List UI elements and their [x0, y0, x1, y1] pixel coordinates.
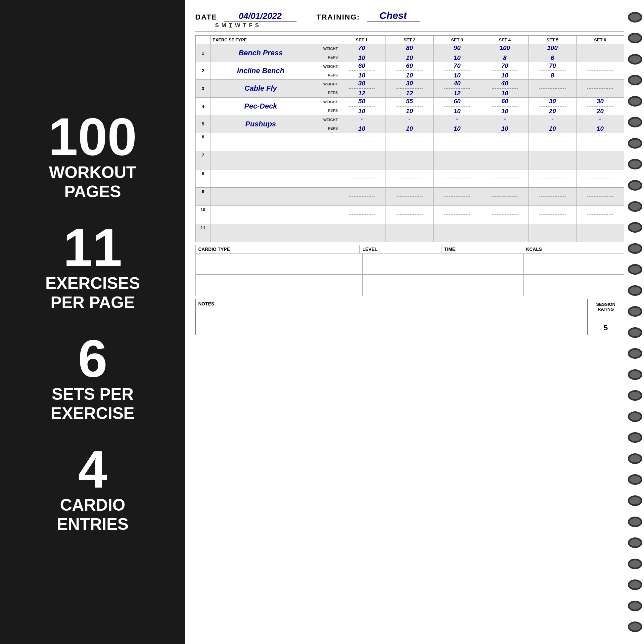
set4-ex4[interactable]: 60 10 — [481, 97, 529, 115]
day-T-active[interactable]: T — [229, 22, 232, 29]
set1-ex4[interactable]: 50 10 — [338, 97, 386, 115]
ex-name-6[interactable] — [210, 133, 338, 151]
set2-ex4[interactable]: 55 10 — [386, 97, 433, 115]
set6-ex6[interactable] — [576, 133, 624, 151]
day-F[interactable]: F — [249, 22, 252, 29]
set4-ex8[interactable] — [481, 169, 529, 187]
set2-ex3[interactable]: 30 12 — [386, 80, 433, 98]
set6-ex4[interactable]: 30 20 — [576, 97, 624, 115]
set2-ex8[interactable] — [386, 169, 433, 187]
set2-ex7[interactable] — [386, 151, 433, 169]
set5-ex8[interactable] — [529, 169, 576, 187]
set2-ex9[interactable] — [386, 187, 433, 206]
set2-ex11[interactable] — [386, 224, 433, 242]
set1-ex5[interactable]: - 10 — [338, 115, 386, 133]
set6-ex3[interactable] — [576, 80, 624, 98]
set4-ex1[interactable]: 100 8 — [481, 44, 529, 62]
set5-ex6[interactable] — [529, 133, 576, 151]
set6-ex9[interactable] — [576, 187, 624, 206]
cardio-row-2[interactable] — [196, 264, 624, 275]
set1-ex6[interactable] — [338, 133, 386, 151]
ex-name-11[interactable] — [210, 224, 338, 242]
set6-ex10[interactable] — [576, 206, 624, 224]
set4-ex5[interactable]: - 10 — [481, 115, 529, 133]
set4-ex7[interactable] — [481, 151, 529, 169]
set5-ex7[interactable] — [529, 151, 576, 169]
set4-ex11[interactable] — [481, 224, 529, 242]
cardio-kcals-4[interactable] — [524, 285, 624, 296]
cardio-row-1[interactable] — [196, 253, 624, 264]
set1-ex11[interactable] — [338, 224, 386, 242]
notes-body[interactable] — [198, 306, 585, 333]
set1-ex3[interactable]: 30 12 — [338, 80, 386, 98]
set4-ex2[interactable]: 70 10 — [481, 62, 529, 80]
set1-ex1[interactable]: 70 10 — [338, 44, 386, 62]
set6-ex8[interactable] — [576, 169, 624, 187]
set3-ex10[interactable] — [433, 206, 481, 224]
cardio-time-4[interactable] — [443, 285, 524, 296]
cardio-type-1[interactable] — [196, 253, 363, 264]
session-rating-value[interactable]: 5 — [593, 322, 618, 332]
set4-ex6[interactable] — [481, 133, 529, 151]
date-value[interactable]: 04/01/2022 — [224, 11, 297, 22]
set6-ex2[interactable] — [576, 62, 624, 80]
ex-name-9[interactable] — [210, 187, 338, 206]
set1-ex8[interactable] — [338, 169, 386, 187]
set6-ex11[interactable] — [576, 224, 624, 242]
day-S2[interactable]: S — [255, 22, 259, 29]
set5-ex11[interactable] — [529, 224, 576, 242]
set3-ex4[interactable]: 60 10 — [433, 97, 481, 115]
ex-name-10[interactable] — [210, 206, 338, 224]
cardio-time-3[interactable] — [443, 275, 524, 285]
set5-ex3[interactable] — [529, 80, 576, 98]
ex-name-8[interactable] — [210, 169, 338, 187]
set3-ex8[interactable] — [433, 169, 481, 187]
set3-ex7[interactable] — [433, 151, 481, 169]
set3-ex5[interactable]: - 10 — [433, 115, 481, 133]
cardio-kcals-3[interactable] — [524, 275, 624, 285]
cardio-type-3[interactable] — [196, 275, 363, 285]
set2-ex2[interactable]: 60 10 — [386, 62, 433, 80]
set2-ex6[interactable] — [386, 133, 433, 151]
cardio-type-2[interactable] — [196, 264, 363, 274]
cardio-level-2[interactable] — [363, 264, 443, 274]
cardio-level-4[interactable] — [363, 285, 443, 296]
cardio-time-2[interactable] — [443, 264, 524, 274]
set4-ex3[interactable]: 40 10 — [481, 80, 529, 98]
ex-name-7[interactable] — [210, 151, 338, 169]
set6-ex5[interactable]: - 10 — [576, 115, 624, 133]
set2-ex5[interactable]: - 10 — [386, 115, 433, 133]
set3-ex2[interactable]: 70 10 — [433, 62, 481, 80]
set5-ex5[interactable]: - 10 — [529, 115, 576, 133]
training-value[interactable]: Chest — [367, 10, 420, 22]
cardio-kcals-2[interactable] — [524, 264, 624, 274]
cardio-time-1[interactable] — [443, 253, 524, 264]
set3-ex9[interactable] — [433, 187, 481, 206]
set3-ex6[interactable] — [433, 133, 481, 151]
day-T2[interactable]: T — [243, 22, 246, 29]
cardio-row-3[interactable] — [196, 275, 624, 285]
set2-ex10[interactable] — [386, 206, 433, 224]
set5-ex9[interactable] — [529, 187, 576, 206]
set4-ex10[interactable] — [481, 206, 529, 224]
set6-ex1[interactable] — [576, 44, 624, 62]
cardio-kcals-1[interactable] — [524, 253, 624, 264]
cardio-level-3[interactable] — [363, 275, 443, 285]
set3-ex11[interactable] — [433, 224, 481, 242]
day-S[interactable]: S — [215, 22, 219, 29]
day-W[interactable]: W — [235, 22, 240, 29]
set1-ex9[interactable] — [338, 187, 386, 206]
set1-ex2[interactable]: 60 10 — [338, 62, 386, 80]
set6-ex7[interactable] — [576, 151, 624, 169]
set5-ex1[interactable]: 100 6 — [529, 44, 576, 62]
cardio-type-4[interactable] — [196, 285, 363, 296]
set1-ex7[interactable] — [338, 151, 386, 169]
set3-ex3[interactable]: 40 12 — [433, 80, 481, 98]
set5-ex4[interactable]: 30 20 — [529, 97, 576, 115]
cardio-level-1[interactable] — [363, 253, 443, 264]
cardio-row-4[interactable] — [196, 285, 624, 296]
set5-ex10[interactable] — [529, 206, 576, 224]
day-M[interactable]: M — [221, 22, 226, 29]
set5-ex2[interactable]: 70 8 — [529, 62, 576, 80]
set3-ex1[interactable]: 90 10 — [433, 44, 481, 62]
